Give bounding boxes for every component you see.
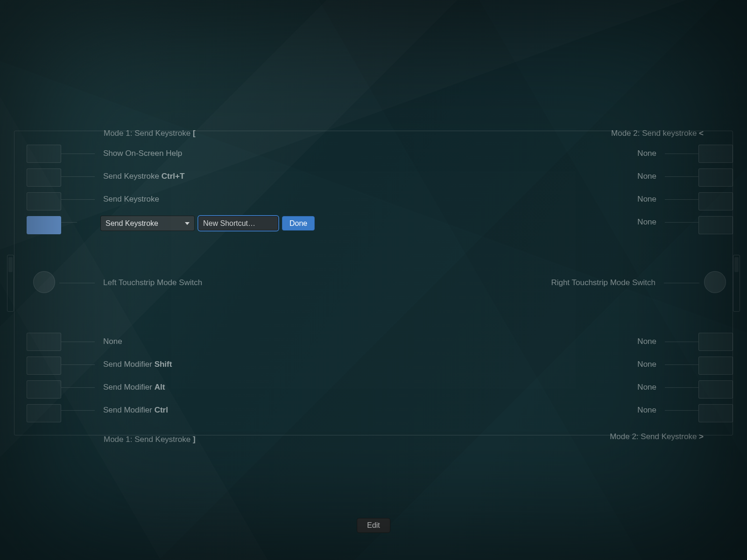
- left-upper-label-1: Show On-Screen Help: [61, 145, 182, 162]
- right-touchstrip-label: Right Touchstrip Mode Switch: [551, 278, 655, 287]
- connector-line: [61, 364, 95, 365]
- connector-line: [61, 222, 77, 223]
- connector-line: [61, 154, 95, 154]
- connector-line: [61, 176, 95, 177]
- right-upper-1-text: None: [637, 149, 656, 158]
- right-lower-btn-4[interactable]: [698, 404, 733, 422]
- left-lower-2-text: Send Modifier: [103, 360, 155, 369]
- right-upper-btn-4[interactable]: [698, 216, 733, 234]
- right-lower-4-text: None: [637, 406, 656, 415]
- left-lower-3-bold: Alt: [155, 383, 165, 392]
- mode2-bottom-right-key: >: [699, 432, 704, 441]
- connector-line: [665, 387, 698, 388]
- left-lower-btn-1[interactable]: [27, 333, 61, 351]
- connector-line: [665, 176, 698, 177]
- connector-line: [665, 342, 698, 342]
- right-upper-label-2: None: [637, 168, 698, 185]
- left-lower-btn-3[interactable]: [27, 380, 61, 399]
- connector-line: [665, 222, 698, 223]
- connector-line: [664, 283, 699, 283]
- connector-line: [61, 199, 95, 200]
- right-upper-buttons: [698, 145, 733, 234]
- right-upper-4-text: None: [637, 217, 656, 227]
- left-upper-2-bold: Ctrl+T: [162, 172, 185, 181]
- left-upper-label-2: Send Keystroke Ctrl+T: [61, 168, 184, 185]
- right-lower-label-1: None: [637, 333, 698, 350]
- connector-line: [665, 410, 698, 411]
- left-lower-2-bold: Shift: [155, 360, 172, 369]
- connector-line: [59, 283, 95, 283]
- right-lower-btn-1[interactable]: [698, 333, 733, 351]
- button-action-editor: Send Keystroke Done: [100, 216, 315, 231]
- left-lower-label-4: Send Modifier Ctrl: [61, 401, 168, 419]
- right-touchstrip: [733, 255, 740, 312]
- connector-line: [61, 342, 95, 342]
- left-lower-label-2: Send Modifier Shift: [61, 356, 172, 373]
- left-lower-btn-4[interactable]: [27, 404, 61, 422]
- connector-line: [665, 154, 698, 154]
- right-lower-label-4: None: [637, 401, 698, 419]
- left-lower-3-text: Send Modifier: [103, 383, 155, 392]
- left-upper-buttons: [27, 145, 61, 234]
- left-lower-label-3: Send Modifier Alt: [61, 378, 165, 396]
- left-upper-label-4: [61, 213, 85, 231]
- connector-line: [61, 387, 95, 388]
- left-upper-3-text: Send Keystroke: [103, 195, 159, 203]
- right-upper-3-text: None: [637, 195, 656, 204]
- left-upper-btn-2[interactable]: [27, 168, 61, 187]
- right-upper-label-1: None: [637, 145, 698, 162]
- left-mode-circle[interactable]: [33, 271, 55, 293]
- right-upper-btn-3[interactable]: [698, 192, 733, 210]
- left-touchstrip-label-row: Left Touchstrip Mode Switch: [59, 278, 202, 287]
- done-button[interactable]: Done: [282, 216, 315, 231]
- left-upper-btn-1[interactable]: [27, 145, 61, 163]
- right-upper-label-4: None: [637, 213, 698, 231]
- mode1-bottom-left: Mode 1: Send Keystroke ]: [104, 435, 196, 444]
- mode2-bottom-right-prefix: Mode 2: Send Keystroke: [610, 432, 699, 441]
- right-upper-label-3: None: [637, 190, 698, 208]
- right-upper-btn-2[interactable]: [698, 168, 733, 187]
- shortcut-input[interactable]: [198, 216, 278, 231]
- chevron-down-icon: [185, 222, 190, 225]
- connector-line: [665, 364, 698, 365]
- right-lower-2-text: None: [637, 360, 656, 369]
- left-upper-2-text: Send Keystroke: [103, 172, 162, 181]
- right-lower-label-3: None: [637, 378, 698, 396]
- connector-line: [665, 199, 698, 200]
- wacom-button-mapping-overlay: Mode 1: Send Keystroke [ Mode 2: Send ke…: [0, 0, 747, 560]
- right-touchstrip-label-row: Right Touchstrip Mode Switch: [551, 278, 699, 287]
- mode-labels-bottom: Mode 1: Send Keystroke ] Mode 2: Send Ke…: [0, 435, 747, 444]
- action-type-selected: Send Keystroke: [106, 219, 158, 228]
- mode1-bottom-left-prefix: Mode 1: Send Keystroke: [104, 435, 193, 444]
- left-lower-1-text: None: [103, 337, 122, 346]
- left-lower-buttons: [27, 333, 61, 422]
- left-upper-btn-3[interactable]: [27, 192, 61, 210]
- right-lower-btn-2[interactable]: [698, 357, 733, 375]
- right-upper-btn-1[interactable]: [698, 145, 733, 163]
- edit-button[interactable]: Edit: [357, 518, 390, 533]
- right-lower-1-text: None: [637, 337, 656, 346]
- left-lower-label-1: None: [61, 333, 122, 350]
- left-lower-4-bold: Ctrl: [155, 406, 168, 414]
- right-mode-circle[interactable]: [704, 271, 726, 293]
- left-upper-btn-4[interactable]: [27, 216, 61, 234]
- left-upper-1-text: Show On-Screen Help: [103, 149, 182, 158]
- mode1-bottom-left-key: ]: [193, 435, 196, 444]
- left-lower-4-text: Send Modifier: [103, 406, 155, 414]
- left-touchstrip: [7, 255, 14, 312]
- right-lower-buttons: [698, 333, 733, 422]
- connector-line: [61, 410, 95, 411]
- left-lower-btn-2[interactable]: [27, 357, 61, 375]
- left-touchstrip-label: Left Touchstrip Mode Switch: [103, 278, 202, 287]
- right-lower-3-text: None: [637, 383, 656, 392]
- left-upper-label-3: Send Keystroke: [61, 190, 159, 208]
- right-upper-2-text: None: [637, 172, 656, 181]
- right-lower-label-2: None: [637, 356, 698, 373]
- action-type-combo[interactable]: Send Keystroke: [100, 216, 195, 231]
- mode2-bottom-right: Mode 2: Send Keystroke >: [610, 432, 704, 441]
- right-lower-btn-3[interactable]: [698, 380, 733, 399]
